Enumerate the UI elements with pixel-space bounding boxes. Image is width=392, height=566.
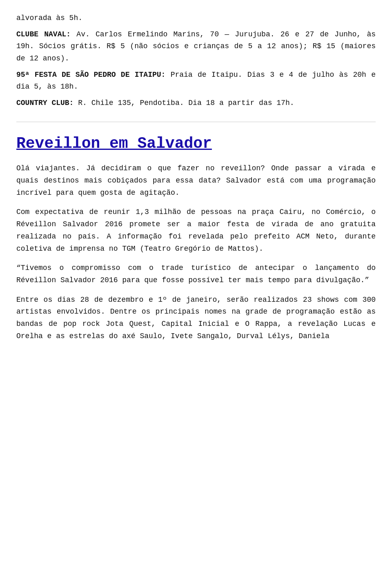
article-section: Reveillon em Salvador Olá viajantes. Já …	[16, 134, 376, 343]
article-paragraph-3: “Tivemos o compromisso com o trade turís…	[16, 262, 376, 286]
country-text: R. Chile 135, Pendotiba. Dia 18 a partir…	[74, 99, 294, 107]
article-paragraph-2: Com expectativa de reunir 1,3 milhão de …	[16, 206, 376, 255]
article-title[interactable]: Reveillon em Salvador	[16, 134, 376, 153]
clube-naval-label: CLUBE NAVAL:	[16, 30, 71, 38]
article-paragraph-4: Entre os dias 28 de dezembro e 1º de jan…	[16, 294, 376, 343]
clube-naval-paragraph: CLUBE NAVAL: Av. Carlos Ermelindo Marins…	[16, 29, 376, 65]
article-paragraph-1: Olá viajantes. Já decidiram o que fazer …	[16, 163, 376, 199]
article-body: Olá viajantes. Já decidiram o que fazer …	[16, 163, 376, 342]
country-paragraph: COUNTRY CLUB: R. Chile 135, Pendotiba. D…	[16, 97, 376, 109]
festa-paragraph: 95ª FESTA DE SÃO PEDRO DE ITAIPU: Praia …	[16, 69, 376, 93]
line-alvorada: alvorada às 5h.	[16, 12, 376, 25]
section-divider	[16, 122, 376, 122]
top-section: alvorada às 5h. CLUBE NAVAL: Av. Carlos …	[16, 12, 376, 109]
country-label: COUNTRY CLUB:	[16, 99, 74, 107]
festa-label: 95ª FESTA DE SÃO PEDRO DE ITAIPU:	[16, 71, 165, 79]
